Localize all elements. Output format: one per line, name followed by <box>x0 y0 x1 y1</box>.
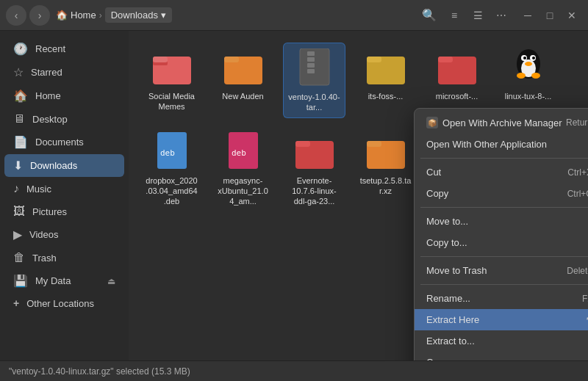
archive-icon-tsetup <box>365 131 406 173</box>
file-item-itsfoss[interactable]: its-foss-... <box>354 43 417 118</box>
svg-rect-9 <box>307 63 315 68</box>
recent-icon: 🕐 <box>13 42 28 56</box>
svg-rect-7 <box>307 51 315 56</box>
other-icon: + <box>13 297 19 309</box>
forward-button[interactable]: › <box>29 5 50 26</box>
file-name-linuxtux: linux-tux-8-... <box>505 91 552 101</box>
maximize-button[interactable]: □ <box>539 5 560 26</box>
file-item-evernote[interactable]: Evernote-10.7.6-linux-ddl-ga-23... <box>283 127 345 211</box>
home-breadcrumb[interactable]: 🏠 Home <box>56 10 96 21</box>
home-icon: 🏠 <box>13 89 28 103</box>
menu-compress[interactable]: Compress... <box>415 352 588 360</box>
file-item-megasync[interactable]: deb megasync-xUbuntu_21.04_am... <box>212 127 274 211</box>
minimize-button[interactable]: ─ <box>517 5 538 26</box>
sidebar-item-mydata[interactable]: 💾 My Data ⏏ <box>4 269 124 292</box>
trash-icon: 🗑 <box>13 251 25 264</box>
menu-open-archive[interactable]: 📦 Open With Archive Manager Return <box>415 112 588 134</box>
svg-rect-4 <box>224 57 239 62</box>
svg-point-19 <box>523 57 526 59</box>
menu-label-open-other: Open With Other Application <box>426 139 547 150</box>
search-button[interactable]: 🔍 <box>417 5 441 26</box>
folder-icon-newauden <box>223 47 264 88</box>
file-name-megasync: megasync-xUbuntu_21.04_am... <box>216 175 270 207</box>
svg-rect-12 <box>367 57 381 62</box>
sidebar-label-videos: Videos <box>29 229 59 240</box>
desktop-icon: 🖥 <box>13 112 25 126</box>
close-button[interactable]: ✕ <box>562 5 582 26</box>
menu-open-other[interactable]: Open With Other Application <box>415 134 588 155</box>
folder-icon-microsoft <box>437 47 478 88</box>
breadcrumb: 🏠 Home › Downloads ▾ <box>56 7 172 23</box>
file-item-social[interactable]: Social Media Memes <box>140 43 203 118</box>
sep4 <box>420 284 588 285</box>
sidebar-label-starred: Starred <box>31 67 62 78</box>
shortcut-delete: Delete <box>567 266 588 276</box>
sidebar-item-trash[interactable]: 🗑 Trash <box>4 247 124 269</box>
sidebar-item-other[interactable]: + Other Locations <box>4 293 124 313</box>
menu-label-compress: Compress... <box>426 357 478 360</box>
sidebar-item-home[interactable]: 🏠 Home <box>4 84 124 107</box>
file-item-tsetup[interactable]: tsetup.2.5.8.tar.xz <box>354 127 417 211</box>
sidebar-item-videos[interactable]: ▶ Videos <box>4 223 124 246</box>
menu-cut[interactable]: Cut Ctrl+X <box>415 162 588 183</box>
sidebar-item-pictures[interactable]: 🖼 Pictures <box>4 200 124 222</box>
deb-icon-megasync: deb <box>223 131 264 173</box>
folder-icon-social <box>151 47 193 88</box>
sep2 <box>420 207 588 208</box>
sidebar-item-documents[interactable]: 📄 Documents <box>4 131 124 153</box>
shortcut-cut: Ctrl+X <box>567 167 588 178</box>
view-button[interactable]: ☰ <box>467 5 488 26</box>
file-item-dropbox[interactable]: deb dropbox_2020.03.04_amd64.deb <box>140 127 203 211</box>
menu-trash[interactable]: Move to Trash Delete <box>415 260 588 281</box>
more-button[interactable]: ⋯ <box>491 5 512 26</box>
svg-point-20 <box>532 57 535 59</box>
menu-extract-here[interactable]: Extract Here ↖ <box>415 309 588 330</box>
music-icon: ♪ <box>13 182 19 195</box>
sidebar-label-downloads: Downloads <box>30 160 77 171</box>
file-item-microsoft[interactable]: microsoft-... <box>426 43 488 118</box>
sidebar-label-desktop: Desktop <box>32 114 68 125</box>
back-button[interactable]: ‹ <box>6 5 26 26</box>
sidebar-item-downloads[interactable]: ⬇ Downloads <box>4 154 124 177</box>
pictures-icon: 🖼 <box>13 205 25 218</box>
svg-rect-29 <box>295 141 310 147</box>
window-controls: ─ □ ✕ <box>517 5 582 26</box>
file-item-ventoy[interactable]: ventoy-1.0.40-tar... <box>283 43 345 118</box>
eject-icon[interactable]: ⏏ <box>107 276 115 286</box>
folder-icon-evernote <box>294 131 335 173</box>
file-item-linuxtux[interactable]: linux-tux-8-... <box>497 43 559 118</box>
sidebar-label-documents: Documents <box>35 137 84 148</box>
svg-rect-31 <box>367 141 381 147</box>
home-icon: 🏠 <box>56 10 68 21</box>
file-name-social: Social Media Memes <box>145 91 198 112</box>
file-item-newauden[interactable]: New Auden <box>212 43 274 118</box>
main-layout: 🕐 Recent ☆ Starred 🏠 Home 🖥 Desktop 📄 Do… <box>0 31 588 360</box>
menu-button[interactable]: ≡ <box>444 5 465 26</box>
menu-copy[interactable]: Copy Ctrl+C <box>415 183 588 204</box>
nav-controls: ‹ › <box>6 5 50 26</box>
sidebar-label-trash: Trash <box>32 253 57 264</box>
archive-icon-ventoy <box>294 48 335 89</box>
file-name-newauden: New Auden <box>222 91 263 101</box>
menu-copyto[interactable]: Copy to... <box>415 232 588 253</box>
sidebar-label-other: Other Locations <box>26 298 94 309</box>
sidebar-item-music[interactable]: ♪ Music <box>4 178 124 200</box>
shortcut-return: Return <box>566 117 588 128</box>
breadcrumb-arrow-icon: ▾ <box>161 10 166 21</box>
file-name-microsoft: microsoft-... <box>436 91 478 101</box>
menu-moveto[interactable]: Move to... <box>415 211 588 232</box>
menu-rename[interactable]: Rename... F2 <box>415 288 588 309</box>
menu-label-moveto: Move to... <box>426 216 468 227</box>
file-browser-content: Social Media Memes New Auden <box>129 31 588 360</box>
sidebar-item-starred[interactable]: ☆ Starred <box>4 61 124 84</box>
svg-rect-10 <box>307 69 315 73</box>
menu-extract-to[interactable]: Extract to... <box>415 330 588 352</box>
sep1 <box>420 158 588 159</box>
context-menu: 📦 Open With Archive Manager Return Open … <box>414 108 588 360</box>
sidebar-item-desktop[interactable]: 🖥 Desktop <box>4 108 124 130</box>
file-name-evernote: Evernote-10.7.6-linux-ddl-ga-23... <box>287 175 341 207</box>
current-breadcrumb[interactable]: Downloads ▾ <box>105 7 172 23</box>
sidebar-item-recent[interactable]: 🕐 Recent <box>4 37 124 60</box>
svg-rect-8 <box>307 57 315 62</box>
sidebar-label-pictures: Pictures <box>32 206 67 217</box>
